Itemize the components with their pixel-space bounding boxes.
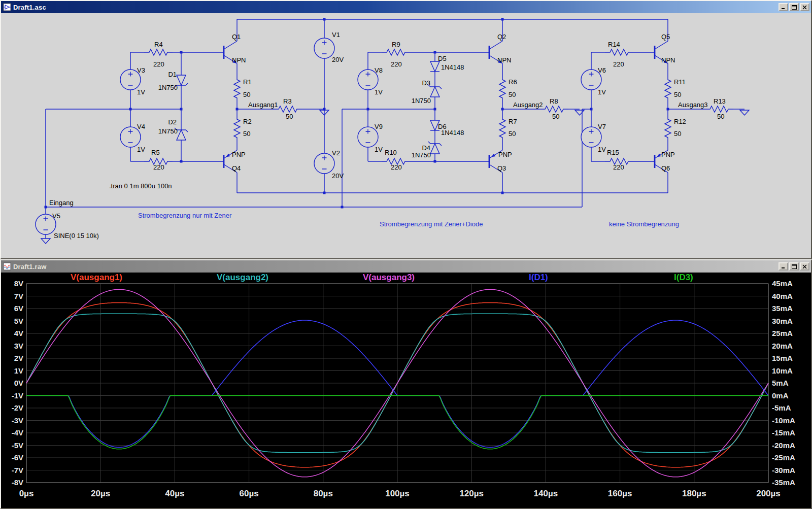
ground-symbol[interactable] — [41, 239, 50, 244]
y-axis-right-label[interactable]: 30mA — [772, 317, 793, 325]
y-axis-left-label[interactable]: -3V — [12, 416, 23, 425]
waveform-window: Draft1.raw 8V7V6V5V4V3V2V1V0V-1V-2V-3V-4… — [0, 259, 812, 509]
comment-text[interactable]: keine Strombegrenzung — [609, 220, 679, 228]
resistor-R8[interactable] — [540, 106, 568, 112]
maximize-button[interactable] — [789, 3, 799, 11]
legend-I(D1)[interactable]: I(D1) — [529, 273, 548, 282]
x-axis-label[interactable]: 180µs — [682, 489, 706, 498]
schematic-drawing[interactable]: R4220V31VD11N750D21N750V41VR5220Q1NPNR15… — [1, 13, 811, 258]
comment-text[interactable]: Strombegrenzung mit Zener+Diode — [380, 220, 483, 228]
y-axis-left-label[interactable]: -4V — [12, 428, 23, 437]
ground-symbol[interactable] — [575, 110, 584, 115]
y-axis-right-label[interactable]: 0mA — [772, 391, 789, 400]
close-icon — [802, 5, 807, 10]
y-axis-right-label[interactable]: 20mA — [772, 342, 793, 350]
x-axis-label[interactable]: 100µs — [385, 489, 410, 498]
component-label: 1V — [137, 146, 145, 153]
x-axis-label[interactable]: 60µs — [240, 489, 259, 498]
y-axis-left-label[interactable]: 5V — [14, 317, 23, 325]
comment-text[interactable]: Strombegrenzung nur mit Zener — [138, 212, 232, 219]
close-button[interactable] — [800, 262, 809, 270]
y-axis-right-label[interactable]: 40mA — [772, 292, 793, 300]
x-axis-label[interactable]: 0µs — [19, 489, 34, 498]
y-axis-left-label[interactable]: 8V — [14, 279, 23, 288]
x-axis-label[interactable]: 20µs — [91, 489, 110, 498]
schematic-canvas[interactable]: R4220V31VD11N750D21N750V41VR5220Q1NPNR15… — [1, 13, 811, 258]
y-axis-right-label[interactable]: 25mA — [772, 329, 793, 337]
y-axis-right-label[interactable]: -30mA — [772, 466, 795, 474]
schematic-doc-icon[interactable] — [3, 3, 11, 11]
component-label: R1 — [243, 78, 252, 86]
voltage-source-V1[interactable] — [314, 38, 334, 58]
resistor-R2[interactable] — [234, 116, 240, 141]
resistor-R4[interactable] — [144, 49, 173, 55]
waveform-titlebar[interactable]: Draft1.raw — [1, 260, 811, 273]
resistor-R9[interactable] — [382, 49, 410, 55]
x-axis-label[interactable]: 160µs — [608, 489, 632, 498]
y-axis-left-label[interactable]: 1V — [14, 366, 23, 375]
resistor-R14[interactable] — [605, 49, 633, 55]
y-axis-right-label[interactable]: 15mA — [772, 354, 793, 362]
y-axis-left-label[interactable]: 7V — [14, 292, 23, 300]
component-label: 20V — [332, 56, 344, 63]
y-axis-left-label[interactable]: 6V — [14, 304, 23, 313]
component-label: V6 — [598, 66, 606, 74]
y-axis-right-label[interactable]: 35mA — [772, 304, 793, 313]
component-label: D3 — [422, 79, 430, 87]
y-axis-left-label[interactable]: -6V — [12, 453, 23, 462]
diode-D5[interactable] — [430, 61, 439, 72]
resistor-R11[interactable] — [665, 76, 671, 101]
resistor-R7[interactable] — [499, 116, 505, 141]
resistor-R12[interactable] — [665, 116, 671, 141]
y-axis-left-label[interactable]: -2V — [12, 403, 23, 412]
y-axis-right-label[interactable]: -10mA — [772, 416, 795, 425]
ground-symbol[interactable] — [740, 110, 749, 115]
y-axis-right-label[interactable]: -15mA — [772, 428, 795, 437]
component-label: 50 — [509, 91, 516, 98]
component-label: 50 — [552, 113, 559, 120]
legend-V(ausgang2)[interactable]: V(ausgang2) — [217, 273, 268, 282]
schematic-titlebar[interactable]: Draft1.asc — [1, 1, 811, 13]
y-axis-right-label[interactable]: -25mA — [772, 453, 795, 462]
close-button[interactable] — [800, 3, 809, 11]
x-axis-label[interactable]: 80µs — [314, 489, 333, 498]
legend-V(ausgang3)[interactable]: V(ausgang3) — [363, 273, 415, 282]
component-label: 50 — [674, 91, 681, 98]
y-axis-right-label[interactable]: -5mA — [772, 403, 791, 412]
x-axis-label[interactable]: 140µs — [534, 489, 558, 498]
y-axis-left-label[interactable]: -7V — [12, 466, 23, 474]
x-axis-label[interactable]: 120µs — [459, 489, 484, 498]
maximize-button[interactable] — [789, 262, 799, 270]
legend-V(ausgang1)[interactable]: V(ausgang1) — [71, 273, 122, 282]
y-axis-left-label[interactable]: 2V — [14, 354, 23, 362]
y-axis-right-label[interactable]: -35mA — [772, 478, 795, 487]
component-label: SINE(0 15 10k) — [54, 232, 99, 240]
voltage-source-V2[interactable] — [314, 153, 334, 174]
x-axis-label[interactable]: 40µs — [165, 489, 184, 498]
minimize-button[interactable] — [779, 3, 788, 11]
y-axis-left-label[interactable]: -1V — [12, 391, 23, 400]
component-label: R2 — [243, 118, 252, 125]
y-axis-left-label[interactable]: 3V — [14, 342, 23, 350]
waveform-plot[interactable]: 8V7V6V5V4V3V2V1V0V-1V-2V-3V-4V-5V-6V-7V-… — [1, 273, 811, 508]
y-axis-left-label[interactable]: 0V — [14, 379, 23, 387]
y-axis-left-label[interactable]: -5V — [12, 441, 23, 450]
legend-I(D3)[interactable]: I(D3) — [674, 273, 693, 282]
y-axis-right-label[interactable]: 45mA — [772, 279, 793, 288]
y-axis-right-label[interactable]: 5mA — [772, 379, 789, 387]
x-axis-label[interactable]: 200µs — [756, 489, 781, 498]
waveform-doc-icon[interactable] — [3, 262, 11, 270]
component-label: 50 — [243, 130, 250, 138]
component-label: NPN — [661, 56, 675, 64]
component-label: NPN — [497, 56, 511, 64]
resistor-R1[interactable] — [234, 76, 240, 101]
y-axis-left-label[interactable]: -8V — [12, 478, 23, 487]
resistor-R6[interactable] — [499, 76, 505, 101]
y-axis-left-label[interactable]: 4V — [14, 329, 23, 337]
y-axis-right-label[interactable]: -20mA — [772, 441, 795, 450]
junction-dot — [667, 108, 669, 111]
y-axis-right-label[interactable]: 10mA — [772, 366, 793, 375]
resistor-R13[interactable] — [705, 106, 733, 112]
minimize-button[interactable] — [779, 262, 788, 270]
waveform-canvas[interactable]: 8V7V6V5V4V3V2V1V0V-1V-2V-3V-4V-5V-6V-7V-… — [1, 273, 811, 508]
